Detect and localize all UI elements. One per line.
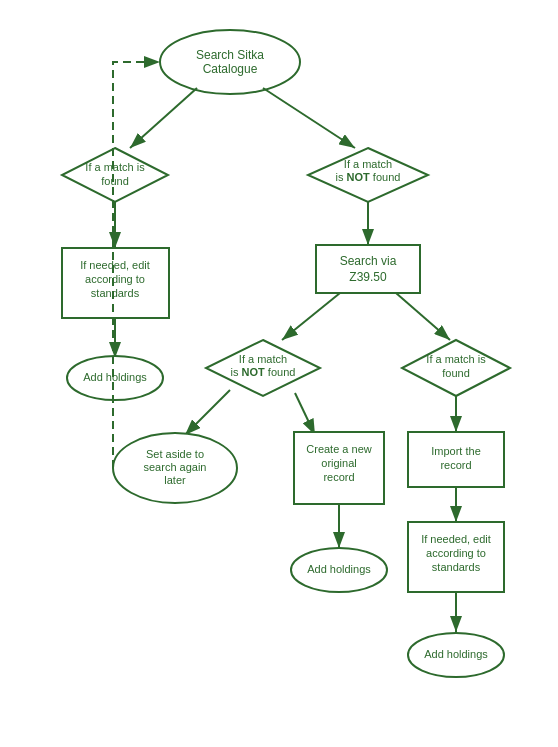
search-z3950-label2: Z39.50 xyxy=(349,270,387,284)
search-sitka-label2: Catalogue xyxy=(203,62,258,76)
edit-1-line2: according to xyxy=(85,273,145,285)
import-label1: Import the xyxy=(431,445,481,457)
match-not-found-label1: If a match xyxy=(344,158,392,170)
set-aside-label1: Set aside to xyxy=(146,448,204,460)
search-z3950-box xyxy=(316,245,420,293)
import-label2: record xyxy=(440,459,471,471)
match-not-found-2-label2: is NOT found xyxy=(231,366,296,378)
create-new-label3: record xyxy=(323,471,354,483)
search-z3950-label1: Search via xyxy=(340,254,397,268)
svg-line-3 xyxy=(263,88,355,148)
match-found-label1: If a match is xyxy=(85,161,145,173)
match-not-found-2-label1: If a match xyxy=(239,353,287,365)
add-holdings-2-label: Add holdings xyxy=(307,563,371,575)
svg-line-9 xyxy=(185,390,230,435)
svg-line-2 xyxy=(130,88,197,148)
match-not-found-label2: is NOT found xyxy=(336,171,401,183)
svg-line-8 xyxy=(396,293,450,340)
svg-line-7 xyxy=(282,293,340,340)
edit-2-label3: standards xyxy=(432,561,481,573)
add-holdings-3-label: Add holdings xyxy=(424,648,488,660)
edit-2-label2: according to xyxy=(426,547,486,559)
set-aside-label3: later xyxy=(164,474,186,486)
set-aside-label2: search again xyxy=(144,461,207,473)
edit-1-line3: standards xyxy=(91,287,140,299)
create-new-label2: original xyxy=(321,457,356,469)
create-new-label1: Create a new xyxy=(306,443,371,455)
match-found-2-label1: If a match is xyxy=(426,353,486,365)
match-found-label2: found xyxy=(101,175,129,187)
edit-2-label1: If needed, edit xyxy=(421,533,491,545)
match-found-2-label2: found xyxy=(442,367,470,379)
edit-1-line1: If needed, edit xyxy=(80,259,150,271)
search-sitka-label: Search Sitka xyxy=(196,48,264,62)
svg-line-10 xyxy=(295,393,315,435)
add-holdings-1-label: Add holdings xyxy=(83,371,147,383)
